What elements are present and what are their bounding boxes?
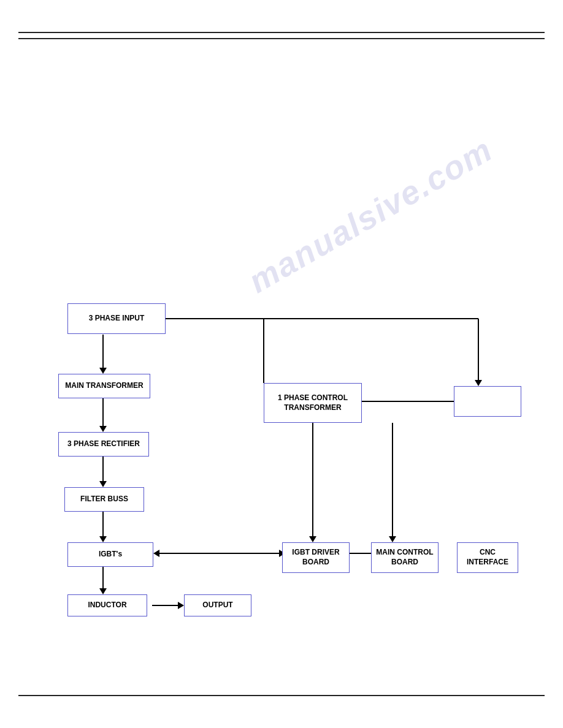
svg-marker-9 — [99, 588, 107, 594]
svg-marker-11 — [178, 602, 184, 609]
box-unknown — [454, 386, 521, 417]
box-filter-buss: FILTER BUSS — [64, 487, 144, 512]
box-igbt-driver-board: IGBT DRIVER BOARD — [282, 542, 350, 573]
svg-marker-24 — [153, 550, 159, 557]
svg-marker-1 — [99, 368, 107, 374]
page-border-top2 — [18, 38, 545, 39]
page-border-top — [18, 32, 545, 33]
diagram: 3 PHASE INPUT MAIN TRANSFORMER 3 PHASE R… — [37, 300, 540, 625]
box-cnc-interface: CNC INTERFACE — [457, 542, 518, 573]
svg-marker-3 — [99, 426, 107, 432]
watermark: manualsive.com — [242, 130, 499, 300]
box-3phase-input: 3 PHASE INPUT — [67, 303, 166, 334]
box-main-transformer: MAIN TRANSFORMER — [58, 374, 150, 398]
svg-marker-20 — [309, 536, 316, 542]
page-border-bottom — [18, 695, 545, 696]
svg-marker-16 — [475, 380, 482, 386]
svg-marker-22 — [389, 536, 396, 542]
diagram-lines — [37, 300, 540, 625]
box-inductor: INDUCTOR — [67, 594, 147, 616]
box-output: OUTPUT — [184, 594, 251, 616]
box-1phase-control-transformer: 1 PHASE CONTROL TRANSFORMER — [264, 383, 362, 423]
box-igbts: IGBT's — [67, 542, 153, 567]
box-3phase-rectifier: 3 PHASE RECTIFIER — [58, 432, 149, 457]
svg-marker-7 — [99, 536, 107, 542]
box-main-control-board: MAIN CONTROL BOARD — [371, 542, 439, 573]
svg-marker-5 — [99, 481, 107, 487]
